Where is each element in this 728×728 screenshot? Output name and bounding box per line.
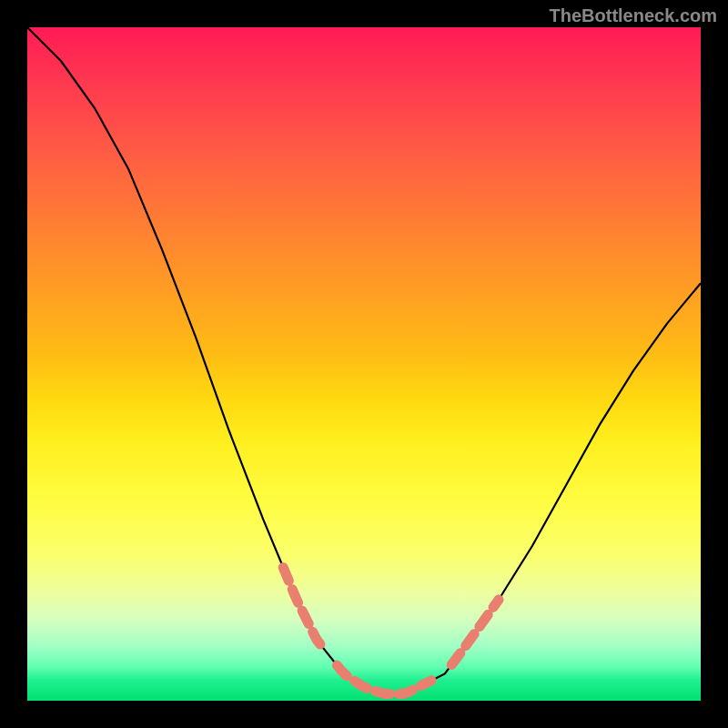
highlight-segment [451, 600, 499, 665]
chart-svg [27, 27, 701, 701]
watermark-text: TheBottleneck.com [550, 5, 717, 26]
highlight-group [283, 568, 499, 694]
plot-area [27, 27, 701, 701]
curve-group [27, 27, 701, 694]
highlight-segment [283, 568, 323, 649]
bottleneck-curve [27, 27, 701, 694]
highlight-segment [337, 665, 431, 694]
